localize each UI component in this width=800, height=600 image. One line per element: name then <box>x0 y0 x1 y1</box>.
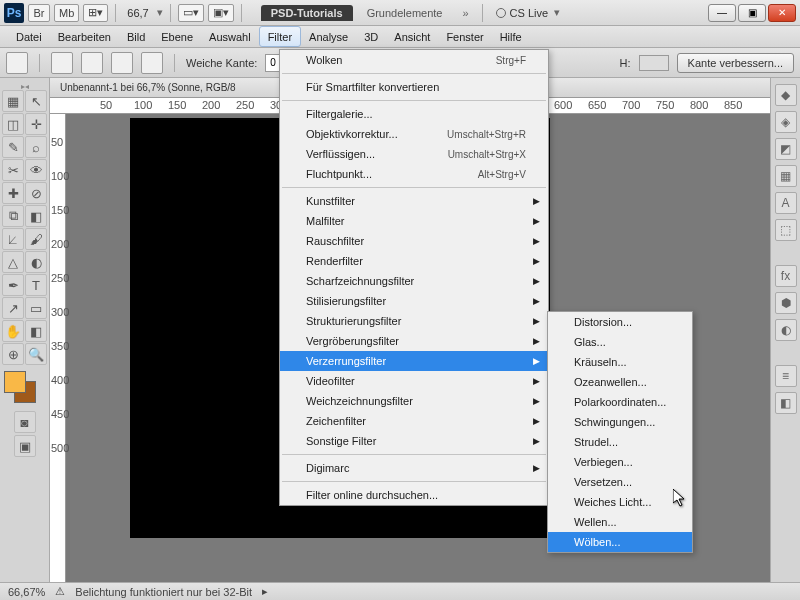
menu-hilfe[interactable]: Hilfe <box>492 26 530 47</box>
filter-item[interactable]: Weichzeichnungsfilter▶ <box>280 391 548 411</box>
submenu-item[interactable]: Wellen... <box>548 512 692 532</box>
maximize-button[interactable]: ▣ <box>738 4 766 22</box>
arrange-button[interactable]: ▭▾ <box>178 4 204 22</box>
filter-item[interactable]: Verflüssigen...Umschalt+Strg+X <box>280 144 548 164</box>
panel-icon[interactable]: ◐ <box>775 319 797 341</box>
cslive-button[interactable]: CS Live▾ <box>496 6 561 19</box>
tool-17[interactable]: T <box>25 274 47 296</box>
minibridge-button[interactable]: Mb <box>54 4 79 22</box>
tool-23[interactable]: 🔍 <box>25 343 47 365</box>
panel-grip-icon[interactable]: ▸◂ <box>2 82 47 90</box>
filter-item[interactable]: Renderfilter▶ <box>280 251 548 271</box>
selection-mode-new[interactable] <box>51 52 73 74</box>
submenu-item[interactable]: Weiches Licht... <box>548 492 692 512</box>
filter-item[interactable]: Scharfzeichnungsfilter▶ <box>280 271 548 291</box>
panel-icon[interactable]: ⬢ <box>775 292 797 314</box>
tool-14[interactable]: △ <box>2 251 24 273</box>
tool-13[interactable]: 🖌 <box>25 228 47 250</box>
zoom-field[interactable]: 66,7 <box>123 7 152 19</box>
filter-item[interactable]: Malfilter▶ <box>280 211 548 231</box>
tool-20[interactable]: ✋ <box>2 320 24 342</box>
tool-19[interactable]: ▭ <box>25 297 47 319</box>
filter-item[interactable]: Filtergalerie... <box>280 104 548 124</box>
tool-8[interactable]: ✚ <box>2 182 24 204</box>
selection-mode-int[interactable] <box>141 52 163 74</box>
submenu-item[interactable]: Ozeanwellen... <box>548 372 692 392</box>
selection-mode-add[interactable] <box>81 52 103 74</box>
panel-icon[interactable]: ≡ <box>775 365 797 387</box>
tool-3[interactable]: ✛ <box>25 113 47 135</box>
tool-11[interactable]: ◧ <box>25 205 47 227</box>
status-chevron-icon[interactable]: ▸ <box>262 585 268 598</box>
tool-7[interactable]: 👁 <box>25 159 47 181</box>
submenu-item[interactable]: Distorsion... <box>548 312 692 332</box>
panel-icon[interactable]: ◆ <box>775 84 797 106</box>
tool-16[interactable]: ✒ <box>2 274 24 296</box>
filter-item[interactable]: Kunstfilter▶ <box>280 191 548 211</box>
submenu-item[interactable]: Versetzen... <box>548 472 692 492</box>
close-button[interactable]: ✕ <box>768 4 796 22</box>
panel-icon[interactable]: ⬚ <box>775 219 797 241</box>
menu-analyse[interactable]: Analyse <box>301 26 356 47</box>
menu-ebene[interactable]: Ebene <box>153 26 201 47</box>
submenu-item[interactable]: Schwingungen... <box>548 412 692 432</box>
selection-mode-sub[interactable] <box>111 52 133 74</box>
refine-edge-button[interactable]: Kante verbessern... <box>677 53 794 73</box>
submenu-item[interactable]: Wölben... <box>548 532 692 552</box>
tool-22[interactable]: ⊕ <box>2 343 24 365</box>
panel-icon[interactable]: ◩ <box>775 138 797 160</box>
filter-item[interactable]: Digimarc▶ <box>280 458 548 478</box>
filter-item[interactable]: Zeichenfilter▶ <box>280 411 548 431</box>
workspace-tab-grund[interactable]: Grundelemente <box>357 5 453 21</box>
menu-bild[interactable]: Bild <box>119 26 153 47</box>
menu-filter[interactable]: Filter <box>259 26 301 47</box>
submenu-item[interactable]: Verbiegen... <box>548 452 692 472</box>
panel-icon[interactable]: ◈ <box>775 111 797 133</box>
filter-item[interactable]: Sonstige Filter▶ <box>280 431 548 451</box>
tool-2[interactable]: ◫ <box>2 113 24 135</box>
tool-10[interactable]: ⧉ <box>2 205 24 227</box>
height-swatch[interactable] <box>639 55 669 71</box>
filter-item[interactable]: Strukturierungsfilter▶ <box>280 311 548 331</box>
minimize-button[interactable]: — <box>708 4 736 22</box>
filter-item[interactable]: Für Smartfilter konvertieren <box>280 77 548 97</box>
view-extras-button[interactable]: ⊞▾ <box>83 4 108 22</box>
menu-auswahl[interactable]: Auswahl <box>201 26 259 47</box>
panel-icon[interactable]: ◧ <box>775 392 797 414</box>
workspace-more-icon[interactable]: » <box>462 7 468 19</box>
tool-21[interactable]: ◧ <box>25 320 47 342</box>
filter-item[interactable]: Fluchtpunkt...Alt+Strg+V <box>280 164 548 184</box>
panel-icon[interactable]: ▦ <box>775 165 797 187</box>
screenmode-tool[interactable]: ▣ <box>14 435 36 457</box>
menu-datei[interactable]: Datei <box>8 26 50 47</box>
tool-15[interactable]: ◐ <box>25 251 47 273</box>
filter-item[interactable]: WolkenStrg+F <box>280 50 548 70</box>
submenu-item[interactable]: Strudel... <box>548 432 692 452</box>
filter-item[interactable]: Stilisierungsfilter▶ <box>280 291 548 311</box>
quickmask-button[interactable]: ◙ <box>14 411 36 433</box>
menu-fenster[interactable]: Fenster <box>438 26 491 47</box>
panel-icon[interactable]: A <box>775 192 797 214</box>
menu-3d[interactable]: 3D <box>356 26 386 47</box>
filter-item[interactable]: Rauschfilter▶ <box>280 231 548 251</box>
tool-1[interactable]: ↖ <box>25 90 47 112</box>
screenmode-button[interactable]: ▣▾ <box>208 4 234 22</box>
tool-18[interactable]: ↗ <box>2 297 24 319</box>
tool-5[interactable]: ⌕ <box>25 136 47 158</box>
tool-preset-icon[interactable] <box>6 52 28 74</box>
tool-9[interactable]: ⊘ <box>25 182 47 204</box>
tool-0[interactable]: ▦ <box>2 90 24 112</box>
submenu-item[interactable]: Kräuseln... <box>548 352 692 372</box>
bridge-button[interactable]: Br <box>28 4 50 22</box>
menu-ansicht[interactable]: Ansicht <box>386 26 438 47</box>
submenu-item[interactable]: Glas... <box>548 332 692 352</box>
color-swatches[interactable] <box>2 371 42 407</box>
submenu-item[interactable]: Polarkoordinaten... <box>548 392 692 412</box>
filter-item[interactable]: Verzerrungsfilter▶ <box>280 351 548 371</box>
workspace-tab-psd[interactable]: PSD-Tutorials <box>261 5 353 21</box>
filter-item[interactable]: Videofilter▶ <box>280 371 548 391</box>
tool-6[interactable]: ✂ <box>2 159 24 181</box>
filter-item[interactable]: Filter online durchsuchen... <box>280 485 548 505</box>
filter-item[interactable]: Objektivkorrektur...Umschalt+Strg+R <box>280 124 548 144</box>
panel-icon[interactable]: fx <box>775 265 797 287</box>
